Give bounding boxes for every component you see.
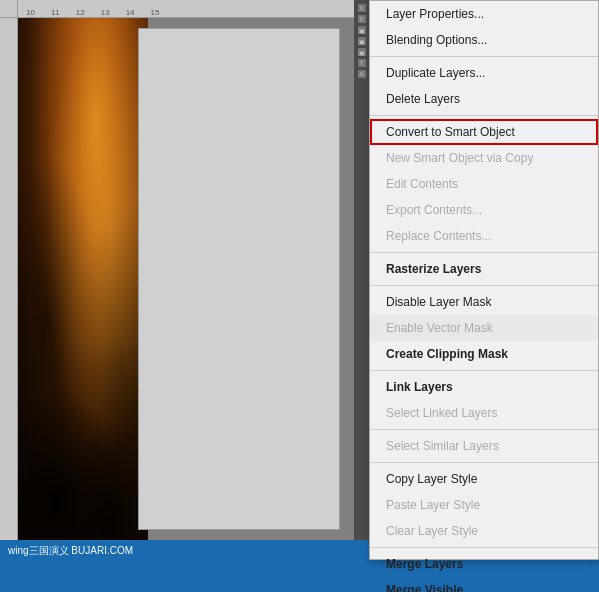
ruler-top: 10 11 12 13 14 15 <box>18 0 355 18</box>
menu-item-blending-options[interactable]: Blending Options... <box>370 27 598 53</box>
photo-image <box>18 18 148 540</box>
panel-icon: ▣ <box>358 26 366 34</box>
ruler-left <box>0 18 18 540</box>
ruler-tick: 12 <box>68 8 93 17</box>
menu-item-clear-layer-style: Clear Layer Style <box>370 518 598 544</box>
menu-item-edit-contents: Edit Contents <box>370 171 598 197</box>
bottom-bar-text: wing三国演义 BUJARI.COM <box>8 545 133 556</box>
menu-item-merge-layers[interactable]: Merge Layers <box>370 551 598 577</box>
ruler-tick: 14 <box>118 8 143 17</box>
menu-item-link-layers[interactable]: Link Layers <box>370 374 598 400</box>
menu-item-delete-layers[interactable]: Delete Layers <box>370 86 598 112</box>
context-menu: Layer Properties...Blending Options...Du… <box>369 0 599 560</box>
ruler-tick: 15 <box>143 8 168 17</box>
ruler-tick: 11 <box>43 8 68 17</box>
right-panel-strip: ≡ ≡ ▣ ▣ ▣ T A <box>354 0 369 540</box>
ruler-tick: 13 <box>93 8 118 17</box>
menu-item-select-similar-layers: Select Similar Layers <box>370 433 598 459</box>
menu-separator <box>370 115 598 116</box>
menu-item-new-smart-object: New Smart Object via Copy <box>370 145 598 171</box>
panel-icon: ≡ <box>358 15 366 23</box>
menu-item-duplicate-layers[interactable]: Duplicate Layers... <box>370 60 598 86</box>
panel-icon: ▣ <box>358 37 366 45</box>
panel-icon: ▣ <box>358 48 366 56</box>
panel-icon: ≡ <box>358 4 366 12</box>
menu-item-rasterize-layers[interactable]: Rasterize Layers <box>370 256 598 282</box>
panel-icon: A <box>358 70 366 78</box>
ruler-tick: 10 <box>18 8 43 17</box>
menu-separator <box>370 370 598 371</box>
white-document <box>138 28 340 530</box>
menu-item-paste-layer-style: Paste Layer Style <box>370 492 598 518</box>
menu-item-disable-layer-mask[interactable]: Disable Layer Mask <box>370 289 598 315</box>
menu-item-copy-layer-style[interactable]: Copy Layer Style <box>370 466 598 492</box>
menu-item-layer-properties[interactable]: Layer Properties... <box>370 1 598 27</box>
menu-item-convert-smart-object[interactable]: Convert to Smart Object <box>370 119 598 145</box>
menu-item-enable-vector-mask: Enable Vector Mask <box>370 315 598 341</box>
menu-separator <box>370 56 598 57</box>
menu-item-replace-contents: Replace Contents... <box>370 223 598 249</box>
menu-separator <box>370 547 598 548</box>
menu-separator <box>370 285 598 286</box>
sky-photo-bg <box>18 18 148 540</box>
canvas-area: 10 11 12 13 14 15 <box>0 0 355 540</box>
menu-item-export-contents: Export Contents... <box>370 197 598 223</box>
menu-separator <box>370 429 598 430</box>
panel-icon: T <box>358 59 366 67</box>
canvas-content <box>18 18 355 540</box>
ruler-corner <box>0 0 18 18</box>
menu-item-create-clipping-mask[interactable]: Create Clipping Mask <box>370 341 598 367</box>
menu-item-select-linked-layers: Select Linked Layers <box>370 400 598 426</box>
menu-item-merge-visible[interactable]: Merge Visible <box>370 577 598 592</box>
menu-separator <box>370 462 598 463</box>
menu-separator <box>370 252 598 253</box>
